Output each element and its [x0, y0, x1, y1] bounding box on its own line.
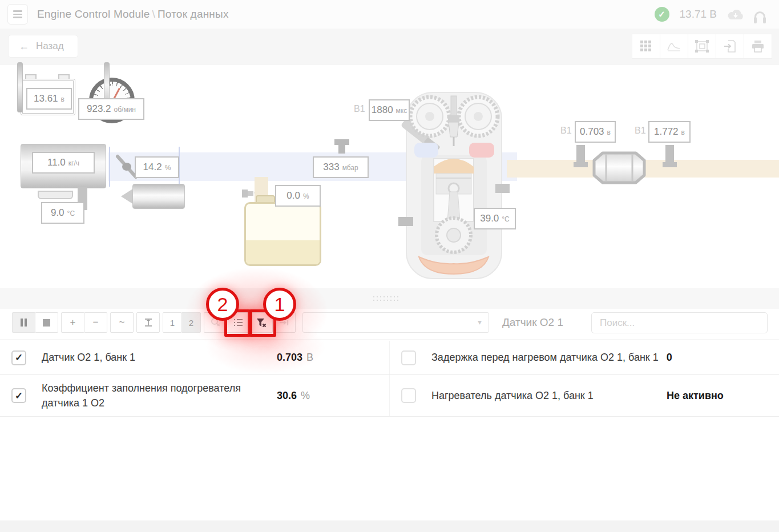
- map-sensor-icon: [334, 139, 349, 145]
- pause-button[interactable]: [12, 312, 35, 333]
- battery-voltage-box: 13.61в: [26, 88, 72, 110]
- stream-toolbar: + − ~ 1 2: [0, 309, 779, 340]
- injection-time-box: 1880мкс: [369, 99, 410, 121]
- maf-box: 11.0кг/ч: [32, 152, 95, 174]
- idle-duty-box: 0.0%: [275, 185, 321, 207]
- annotation-circle-step2: 2: [206, 288, 239, 321]
- stop-button[interactable]: [35, 312, 58, 333]
- iac-valve-cone: [121, 188, 134, 204]
- maf-cap: [17, 62, 23, 112]
- table-row: ✓ Коэффициент заполнения подогревателя д…: [0, 375, 779, 417]
- list-icon: [233, 319, 243, 327]
- iac-valve-icon: [132, 184, 185, 209]
- breadcrumb-page: Поток данных: [158, 8, 229, 20]
- param-value: 0: [667, 352, 769, 364]
- splitter-grip-icon[interactable]: [372, 295, 398, 301]
- pause-icon: [21, 319, 27, 327]
- param-value: Не активно: [667, 390, 769, 402]
- row-checkbox[interactable]: [401, 350, 416, 365]
- chart-view-button[interactable]: [660, 34, 688, 59]
- param-label: Задержка перед нагревом датчика O2 1, ба…: [431, 350, 659, 365]
- menu-button[interactable]: [7, 4, 28, 25]
- back-label: Назад: [36, 41, 64, 52]
- catalytic-converter-icon: [592, 151, 646, 187]
- print-button[interactable]: [744, 34, 772, 59]
- header-bar: Engine Control Module\Поток данных ✓ 13.…: [0, 0, 779, 29]
- rpm-box: 923.2об/мин: [78, 98, 144, 120]
- headset-icon[interactable]: [754, 11, 765, 20]
- minus-icon: −: [93, 317, 99, 328]
- bottom-status-bar: [0, 521, 779, 532]
- engine-diagram: 13.61в 923.2об/мин 11.0кг/ч 9.0°C 14.2%: [0, 65, 779, 288]
- scale-fit-button[interactable]: [136, 312, 160, 333]
- back-button[interactable]: ← Назад: [8, 35, 78, 58]
- o2-sensor-upstream-icon: [576, 145, 585, 163]
- zoom-in-button[interactable]: +: [61, 312, 84, 333]
- cloud-download-icon[interactable]: [727, 9, 744, 21]
- param-value: 30.6%: [277, 390, 379, 402]
- zoom-out-button[interactable]: −: [84, 312, 107, 333]
- param-value: 0.703В: [277, 352, 379, 364]
- wave-icon: ~: [119, 317, 125, 328]
- page-2-button[interactable]: 2: [181, 312, 201, 333]
- page-1-button[interactable]: 1: [163, 312, 182, 333]
- chevron-down-icon: ▾: [478, 317, 482, 327]
- stop-icon: [43, 319, 50, 327]
- frame-select-icon: [695, 40, 709, 53]
- intake-marker: [109, 147, 110, 187]
- o2-sensor-downstream-icon: [665, 145, 674, 163]
- back-arrow-icon: ←: [19, 41, 29, 53]
- printer-icon: [752, 41, 764, 53]
- intake-temp-box: 9.0°C: [41, 202, 84, 224]
- param-label: Коэффициент заполнения подогревателя дат…: [42, 381, 259, 410]
- export-file-icon: [724, 40, 736, 53]
- row-checkbox[interactable]: ✓: [11, 388, 26, 403]
- param-label: Нагреватель датчика O2 1, банк 1: [431, 388, 667, 403]
- group-select-dropdown[interactable]: ▾: [302, 312, 489, 333]
- panel-splitter[interactable]: [0, 288, 779, 309]
- scale-fit-icon: [144, 318, 153, 327]
- selected-group-label: Датчик O2 1: [502, 316, 563, 329]
- param-cell[interactable]: ✓ Коэффициент заполнения подогревателя д…: [0, 375, 389, 416]
- throttle-box: 14.2%: [135, 156, 179, 178]
- table-row: ✓ Датчик O2 1, банк 1 0.703В Задержка пе…: [0, 341, 779, 375]
- grid-view-button[interactable]: [632, 34, 660, 59]
- app-window: Engine Control Module\Поток данных ✓ 13.…: [0, 0, 779, 532]
- param-cell[interactable]: Задержка перед нагревом датчика O2 1, ба…: [389, 341, 779, 374]
- breadcrumb: Engine Control Module\Поток данных: [37, 8, 229, 21]
- selection-frame-button[interactable]: [688, 34, 716, 59]
- engine-block-icon: [398, 87, 510, 289]
- chart-curve-icon: [667, 41, 681, 51]
- grid-icon: [640, 41, 652, 52]
- toolbar: ← Назад: [0, 29, 779, 65]
- breadcrumb-module: Engine Control Module: [37, 8, 150, 20]
- param-cell[interactable]: ✓ Датчик O2 1, банк 1 0.703В: [0, 341, 389, 374]
- connection-ok-icon: ✓: [655, 7, 669, 22]
- o2-downstream-box: 1.772в: [648, 121, 691, 143]
- maf-connector: [38, 191, 73, 199]
- graph-mode-button[interactable]: ~: [110, 312, 134, 333]
- breadcrumb-separator: \: [150, 8, 157, 20]
- bank-label: B1: [354, 104, 365, 114]
- o2-upstream-box: 0.703в: [575, 121, 616, 143]
- bank-label: B1: [560, 126, 572, 136]
- annotation-circle-step1: 1: [263, 288, 296, 321]
- bank-label: B1: [635, 126, 646, 136]
- param-cell[interactable]: Нагреватель датчика O2 1, банк 1 Не акти…: [389, 375, 779, 416]
- filter-x-icon: [256, 318, 267, 328]
- row-checkbox[interactable]: [401, 388, 416, 403]
- battery-voltage-readout: 13.71 В: [680, 8, 717, 21]
- coolant-reservoir-icon: [244, 202, 321, 266]
- plus-icon: +: [70, 317, 76, 328]
- export-button[interactable]: [716, 34, 744, 59]
- search-input[interactable]: [591, 312, 768, 333]
- coolant-temp-box: 39.0°C: [474, 208, 516, 229]
- param-label: Датчик O2 1, банк 1: [42, 350, 277, 365]
- row-checkbox[interactable]: ✓: [11, 350, 26, 365]
- data-table: ✓ Датчик O2 1, банк 1 0.703В Задержка пе…: [0, 341, 779, 417]
- map-box: 333мбар: [313, 156, 369, 178]
